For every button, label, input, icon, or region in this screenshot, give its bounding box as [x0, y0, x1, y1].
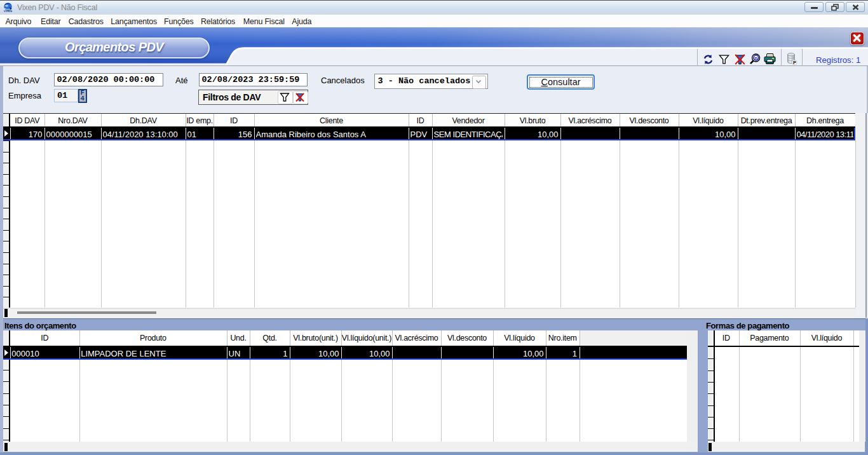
svg-text:P: P	[793, 60, 796, 65]
svg-text:VIXEN: VIXEN	[4, 10, 13, 13]
svg-text:n: n	[754, 55, 757, 60]
